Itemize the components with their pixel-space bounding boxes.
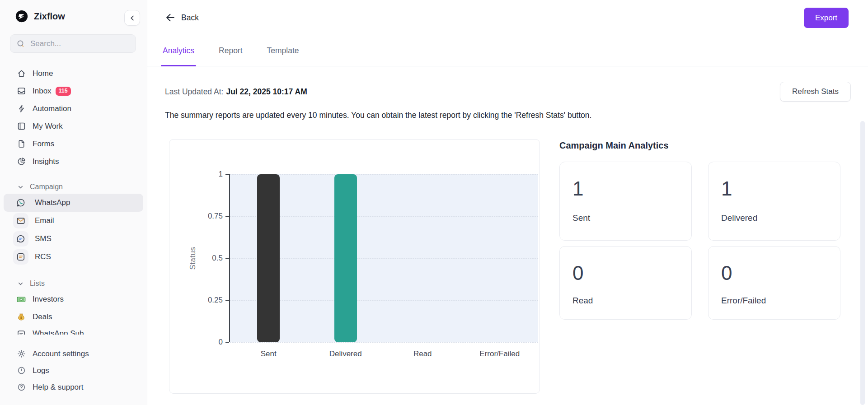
section-header-lists[interactable]: Lists <box>4 277 143 290</box>
sidebar-item-label: Email <box>35 216 54 225</box>
axis-tick <box>225 216 229 217</box>
x-tick-label: Delivered <box>307 349 385 358</box>
analytics-card-delivered: 1Delivered <box>708 162 840 241</box>
back-arrow-icon <box>165 12 175 23</box>
last-updated: Last Updated At:Jul 22, 2025 10:17 AM <box>165 87 307 97</box>
refresh-stats-button[interactable]: Refresh Stats <box>780 82 851 102</box>
sms-icon <box>13 231 28 247</box>
sidebar-item-logs[interactable]: Logs <box>4 362 143 379</box>
section-label: Campaign <box>30 183 63 191</box>
main-area: Back Export AnalyticsReportTemplate Last… <box>147 0 868 405</box>
tab-report[interactable]: Report <box>217 35 244 66</box>
section-label: Lists <box>30 279 45 288</box>
sidebar-item-label: Help & support <box>33 383 83 392</box>
sidebar-item-home[interactable]: Home <box>4 65 143 82</box>
search-icon <box>16 39 25 48</box>
sidebar-item-account-settings[interactable]: Account settings <box>4 345 143 362</box>
sidebar-item-insights[interactable]: Insights <box>4 153 143 170</box>
chart-y-axis-title: Status <box>188 247 197 270</box>
sidebar-item-my-work[interactable]: My Work <box>4 117 143 135</box>
sidebar-footer: Account settingsLogsHelp & support <box>4 345 143 396</box>
section-header-campaign[interactable]: Campaign <box>4 180 143 194</box>
brand-name: Zixflow <box>34 11 65 22</box>
y-tick-label: 0.5 <box>197 254 223 263</box>
x-tick-label: Sent <box>230 349 307 358</box>
card-value: 0 <box>721 262 827 284</box>
axis-tick <box>225 174 229 175</box>
sidebar-item-deals[interactable]: $Deals <box>4 308 143 326</box>
list-icon <box>16 329 26 335</box>
sidebar-item-label: Automation <box>33 104 71 113</box>
search-input[interactable] <box>30 39 130 48</box>
analytics-card-error-failed: 0Error/Failed <box>708 246 840 320</box>
tab-analytics[interactable]: Analytics <box>161 35 196 66</box>
pie-icon <box>16 157 26 166</box>
banknote-icon <box>16 294 26 304</box>
sidebar-item-label: My Work <box>33 122 63 131</box>
vertical-scrollbar-thumb[interactable] <box>860 121 865 405</box>
sidebar-item-label: Logs <box>33 366 49 375</box>
clock-icon <box>16 366 26 375</box>
card-value: 0 <box>572 262 679 284</box>
card-label: Delivered <box>721 213 757 223</box>
sidebar-item-label: Inbox <box>33 87 52 96</box>
mail-icon <box>13 213 28 228</box>
sidebar-item-rcs[interactable]: RCS <box>4 248 143 266</box>
home-icon <box>16 69 26 78</box>
svg-text:$: $ <box>20 316 23 320</box>
file-icon <box>16 139 26 149</box>
export-button[interactable]: Export <box>804 8 849 28</box>
rcs-icon <box>13 249 28 265</box>
sidebar-nav: HomeInbox115AutomationMy WorkFormsInsigh… <box>4 65 143 336</box>
sidebar-item-label: Home <box>33 69 53 78</box>
sidebar-collapse-button[interactable] <box>124 10 140 26</box>
sidebar-item-whatsapp-sub[interactable]: WhatsApp Sub <box>4 329 143 335</box>
sidebar-item-email[interactable]: Email <box>4 212 143 230</box>
chart-card: Status 00.250.50.751SentDeliveredReadErr… <box>169 139 540 394</box>
status-row: Last Updated At:Jul 22, 2025 10:17 AM Re… <box>165 82 851 102</box>
sidebar-item-help-support[interactable]: Help & support <box>4 379 143 396</box>
sidebar-item-investors[interactable]: Investors <box>4 290 143 308</box>
x-tick-label: Error/Failed <box>461 349 539 358</box>
sidebar-item-label: Deals <box>33 312 52 321</box>
sidebar-item-label: Insights <box>33 157 59 166</box>
y-axis-line <box>229 174 230 342</box>
y-tick-label: 1 <box>197 170 223 179</box>
chevron-down-icon <box>17 184 24 191</box>
sidebar-item-inbox[interactable]: Inbox115 <box>4 82 143 100</box>
card-label: Error/Failed <box>721 296 766 306</box>
back-button[interactable]: Back <box>165 12 199 23</box>
moneybag-icon: $ <box>16 312 26 322</box>
my-work-icon <box>16 121 26 131</box>
tab-template[interactable]: Template <box>265 35 301 66</box>
sidebar-item-automation[interactable]: Automation <box>4 100 143 117</box>
bar-chart-plot: 00.250.50.751SentDeliveredReadError/Fail… <box>230 174 538 342</box>
clipped-list-item: WhatsApp Sub <box>4 329 143 335</box>
sidebar-section-campaign: CampaignWhatsAppEmailSMSRCS <box>4 180 143 266</box>
app-root: Zixflow HomeInbox115AutomationMy WorkFor… <box>0 0 868 405</box>
axis-tick <box>225 300 229 301</box>
card-label: Read <box>572 296 593 306</box>
refresh-info-text: The summary reports are updated every 10… <box>165 111 591 120</box>
y-tick-label: 0 <box>197 338 223 347</box>
back-label: Back <box>181 13 199 22</box>
axis-tick <box>225 342 229 343</box>
tab-bar: AnalyticsReportTemplate <box>147 35 868 66</box>
zixflow-logo-icon <box>15 10 28 23</box>
brand: Zixflow <box>15 10 65 23</box>
sidebar-item-label: Investors <box>33 295 64 304</box>
whatsapp-icon <box>13 195 28 210</box>
sidebar-item-whatsapp[interactable]: WhatsApp <box>4 194 143 212</box>
sidebar-item-label: SMS <box>35 234 52 243</box>
sidebar-item-forms[interactable]: Forms <box>4 135 143 153</box>
inbox-badge: 115 <box>56 87 71 96</box>
sidebar-section-lists: ListsInvestors$DealsWhatsApp Sub <box>4 277 143 335</box>
last-updated-value: Jul 22, 2025 10:17 AM <box>226 87 307 96</box>
sidebar-item-label: Account settings <box>33 349 89 358</box>
sidebar-item-sms[interactable]: SMS <box>4 230 143 248</box>
y-tick-label: 0.75 <box>197 212 223 221</box>
card-label: Sent <box>572 213 590 223</box>
content: Last Updated At:Jul 22, 2025 10:17 AM Re… <box>147 66 868 405</box>
search-box[interactable] <box>10 34 136 53</box>
analytics-card-sent: 1Sent <box>559 162 692 241</box>
